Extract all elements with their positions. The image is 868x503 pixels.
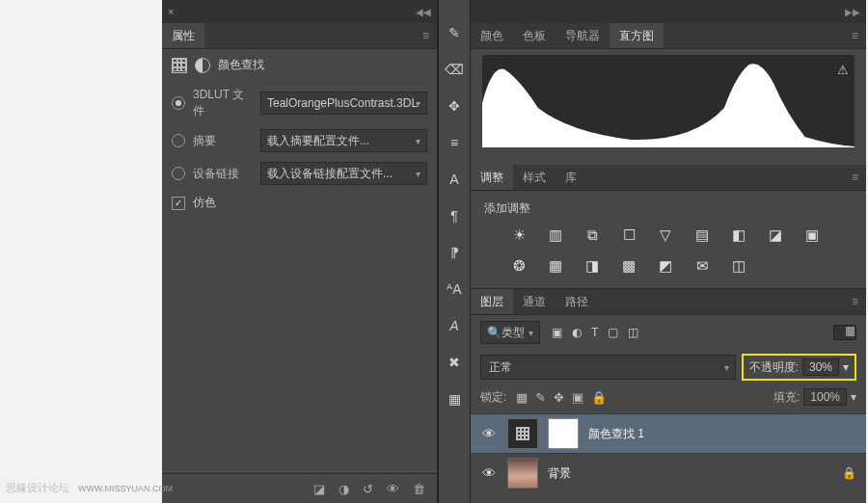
clip-icon[interactable]: ◪	[313, 482, 325, 496]
bw-icon[interactable]: ◧	[729, 226, 748, 244]
lock-position-icon[interactable]: ✎	[535, 390, 546, 405]
invert-icon[interactable]: ◨	[583, 257, 602, 275]
blend-mode-select[interactable]: 正常 ▾	[480, 355, 736, 380]
panel-menu-icon[interactable]: ≡	[844, 29, 866, 42]
lock-move-icon[interactable]: ✥	[554, 390, 564, 405]
adjustments-tabs: 调整 样式 库 ≡	[471, 165, 866, 191]
visibility-icon[interactable]: 👁	[480, 465, 498, 481]
visibility-icon[interactable]: 👁	[480, 426, 498, 441]
filter-shape-icon[interactable]: ▢	[608, 326, 618, 339]
lock-icon: 🔒	[842, 466, 856, 480]
filter-smart-icon[interactable]: ◫	[628, 326, 638, 339]
layer-row[interactable]: 👁 颜色查找 1	[471, 413, 866, 453]
tab-swatches[interactable]: 色板	[513, 23, 556, 48]
chevron-down-icon: ▾	[416, 98, 420, 109]
radio-devlink[interactable]	[172, 167, 185, 180]
text-icon[interactable]: A	[445, 170, 464, 189]
brightness-icon[interactable]: ☀	[509, 226, 529, 244]
stamp-icon[interactable]: ✥	[445, 96, 464, 116]
select-3dlut[interactable]: TealOrangePlusContrast.3DL ▾	[260, 92, 427, 115]
tool-strip: ✎ ⌫ ✥ ≡ A ¶ ⁋ ᴬA A ✖ ▦	[438, 0, 471, 503]
layer-name[interactable]: 背景	[548, 465, 571, 482]
watermark: 思緣设计论坛 WWW.MISSYUAN.COM	[6, 481, 173, 495]
glyph-icon[interactable]: ⁋	[445, 243, 464, 262]
close-icon[interactable]: ×	[168, 6, 174, 17]
layer-row[interactable]: 👁 背景 🔒	[471, 453, 866, 492]
radio-abstract[interactable]	[172, 134, 185, 147]
tab-libraries[interactable]: 库	[556, 165, 586, 190]
tab-paths[interactable]: 路径	[556, 289, 598, 314]
filter-type-select[interactable]: 🔍类型▾	[480, 321, 540, 344]
opacity-control[interactable]: 不透明度: 30% ▾	[742, 354, 856, 381]
chevron-down-icon: ▾	[851, 390, 856, 404]
label-abstract: 摘要	[193, 133, 253, 149]
select-devlink[interactable]: 载入设备链接配置文件... ▾	[260, 162, 427, 185]
eraser-icon[interactable]: ⌫	[445, 60, 464, 79]
lock-all-icon[interactable]: 🔒	[591, 390, 607, 405]
trash-icon[interactable]: 🗑	[413, 482, 425, 496]
chevron-down-icon: ▾	[416, 136, 420, 146]
filter-adjust-icon[interactable]: ◐	[572, 326, 582, 339]
threshold-icon[interactable]: ▩	[619, 257, 638, 275]
gradient-map-icon[interactable]: ◩	[656, 257, 675, 275]
select-devlink-value: 载入设备链接配置文件...	[267, 166, 393, 182]
radio-3dlut[interactable]	[172, 96, 185, 110]
tab-color[interactable]: 颜色	[471, 23, 513, 48]
panel-menu-icon[interactable]: ≡	[844, 295, 866, 308]
visibility-icon[interactable]: 👁	[387, 482, 399, 496]
collapse-icon[interactable]: ◀◀	[416, 7, 431, 17]
lock-label: 锁定:	[480, 389, 506, 406]
tab-properties[interactable]: 属性	[162, 23, 204, 48]
tab-histogram[interactable]: 直方图	[610, 23, 664, 48]
layer-name[interactable]: 颜色查找 1	[588, 426, 644, 442]
hue-icon[interactable]: ▤	[692, 226, 712, 244]
brush-icon[interactable]: ✎	[445, 23, 464, 42]
properties-panel: × ◀◀ 属性 ≡ 颜色查找 3DLUT 文件 TealOrangePlusCo…	[162, 0, 438, 503]
filter-text-icon[interactable]: T	[591, 326, 598, 339]
filter-toggle[interactable]	[833, 325, 856, 340]
layer-thumb-image	[507, 458, 538, 489]
font-icon[interactable]: A	[445, 316, 464, 335]
reset-icon[interactable]: ↺	[363, 482, 373, 496]
vibrance-icon[interactable]: ▽	[656, 226, 675, 244]
right-titlebar: ▶▶	[471, 0, 866, 23]
cancel-icon[interactable]: ✖	[445, 353, 464, 372]
tab-channels[interactable]: 通道	[513, 289, 556, 314]
fill-label: 填充:	[773, 389, 800, 406]
select-abstract[interactable]: 载入摘要配置文件... ▾	[260, 129, 427, 152]
exposure-icon[interactable]: ☐	[619, 226, 638, 244]
tab-styles[interactable]: 样式	[513, 165, 556, 190]
lock-pixels-icon[interactable]: ▦	[516, 390, 528, 405]
fill-value[interactable]: 100%	[803, 388, 847, 406]
levels-icon[interactable]: ▥	[546, 226, 565, 244]
adjustments-title: 添加调整	[484, 200, 853, 217]
layer-mask-thumb[interactable]	[548, 418, 579, 449]
channel-mixer-icon[interactable]: ▣	[802, 226, 822, 244]
image-icon[interactable]: ▦	[445, 389, 464, 409]
tab-layers[interactable]: 图层	[471, 289, 513, 314]
panel-title: 颜色查找	[172, 57, 427, 73]
more-icon[interactable]: ◫	[729, 257, 748, 275]
tab-navigator[interactable]: 导航器	[556, 23, 610, 48]
char-style-icon[interactable]: ᴬA	[445, 279, 464, 299]
lut-grid-icon	[172, 58, 187, 73]
filter-pixel-icon[interactable]: ▣	[552, 326, 562, 339]
view-prev-icon[interactable]: ◑	[339, 482, 349, 496]
tab-adjustments[interactable]: 调整	[471, 165, 513, 190]
panel-menu-icon[interactable]: ≡	[844, 171, 866, 184]
selective-color-icon[interactable]: ✉	[692, 257, 712, 275]
opacity-value[interactable]: 30%	[802, 358, 839, 376]
warning-icon[interactable]: ⚠	[837, 63, 849, 77]
paragraph-icon[interactable]: ¶	[445, 206, 464, 225]
collapse-icon[interactable]: ▶▶	[845, 7, 860, 17]
panel-menu-icon[interactable]: ≡	[415, 29, 437, 42]
checkbox-dither[interactable]	[172, 197, 185, 210]
photo-filter-icon[interactable]: ◪	[766, 226, 785, 244]
properties-tabs: 属性 ≡	[162, 23, 437, 49]
color-lookup-icon[interactable]: ❂	[509, 257, 529, 275]
layers-tabs: 图层 通道 路径 ≡	[471, 289, 866, 315]
curves-icon[interactable]: ⧉	[583, 226, 602, 244]
lock-artboard-icon[interactable]: ▣	[572, 390, 583, 405]
posterize-icon[interactable]: ▦	[546, 257, 565, 275]
ruler-icon[interactable]: ≡	[445, 133, 464, 152]
